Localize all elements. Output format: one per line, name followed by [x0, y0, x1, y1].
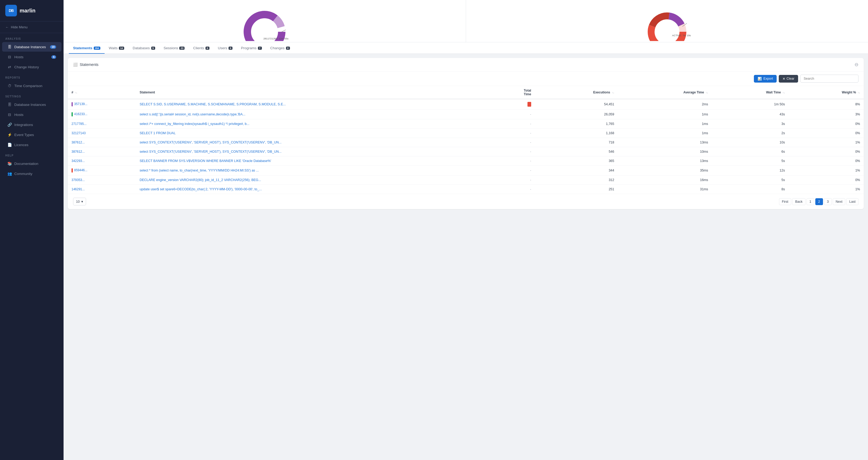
- row-weight: 0%: [788, 119, 864, 129]
- row-avg-time: 16ms: [618, 175, 712, 185]
- row-id[interactable]: 379353...: [68, 175, 136, 185]
- page-last-button[interactable]: Last: [846, 198, 859, 205]
- row-executions: 54,451: [535, 99, 618, 109]
- settings-section-label: SETTINGS: [0, 91, 64, 100]
- community-icon: 👥: [7, 171, 12, 176]
- sidebar-item-time-comparison[interactable]: ⏱ Time Comparison: [2, 81, 61, 91]
- sidebar-item-event-types[interactable]: ⚡ Event Types: [2, 130, 61, 139]
- row-id[interactable]: 32127143: [68, 129, 136, 138]
- row-id[interactable]: 357139...: [68, 99, 136, 109]
- tab-users[interactable]: Users 6: [214, 42, 237, 54]
- licence-icon: 📄: [7, 143, 12, 147]
- row-total-time: -: [492, 138, 535, 147]
- page-1-button[interactable]: 1: [807, 198, 814, 205]
- row-executions: 718: [535, 138, 618, 147]
- page-back-button[interactable]: Back: [792, 198, 806, 205]
- row-executions: 1,168: [535, 129, 618, 138]
- row-id[interactable]: 2717785...: [68, 119, 136, 129]
- tab-changes[interactable]: Changes 0: [266, 42, 294, 54]
- row-statement[interactable]: DECLARE engine_version VARCHAR2(80); job…: [136, 175, 492, 185]
- sidebar-item-label: Community: [14, 172, 32, 176]
- col-statement: Statement: [136, 86, 492, 99]
- sidebar-item-licences[interactable]: 📄 Licences: [2, 140, 61, 150]
- row-statement[interactable]: select SYS_CONTEXT('USERENV', 'SERVER_HO…: [136, 147, 492, 157]
- statements-card: ⬜ Statements ⊖ 📊 Export ✕ Clear: [68, 58, 864, 209]
- row-weight: 1%: [788, 166, 864, 175]
- tab-sessions[interactable]: Sessions 23: [159, 42, 189, 54]
- row-weight: 1%: [788, 138, 864, 147]
- sidebar-item-label: Hosts: [14, 113, 24, 117]
- row-total-time: -: [492, 147, 535, 157]
- row-total-time: -: [492, 157, 535, 166]
- row-avg-time: 1ms: [618, 129, 712, 138]
- tab-statements[interactable]: Statements 264: [69, 42, 104, 54]
- hide-menu-button[interactable]: ← Hide Menu: [0, 22, 64, 33]
- row-statement[interactable]: select SYS_CONTEXT('USERENV', 'SERVER_HO…: [136, 138, 492, 147]
- tab-programs[interactable]: Programs 7: [237, 42, 266, 54]
- table-card-collapse[interactable]: ⊖: [855, 62, 859, 67]
- logo: DB marlin: [0, 0, 64, 22]
- row-id[interactable]: 387612...: [68, 138, 136, 147]
- sidebar-item-integrations[interactable]: 🔗 Integrations: [2, 120, 61, 129]
- row-statement[interactable]: select s.sid||':'||s.serial# session_id,…: [136, 109, 492, 119]
- row-id[interactable]: 387612...: [68, 147, 136, 157]
- pagination-buttons: First Back 1 2 3 Next Last: [779, 198, 859, 205]
- right-chart: ACTIVE: 7m 19s: [466, 0, 868, 42]
- row-id[interactable]: 859446...: [68, 166, 136, 175]
- chevron-down-icon: ▾: [81, 200, 83, 203]
- row-id[interactable]: 342293...: [68, 157, 136, 166]
- sidebar-item-label: Database Instances: [14, 103, 46, 107]
- row-wait-time: 43s: [712, 109, 788, 119]
- per-page-value: 10: [76, 200, 80, 203]
- table-row: 342293...SELECT BANNER FROM SYS.V$VERSIO…: [68, 157, 864, 166]
- main-content: 2811721394: 12m 55s ACTIVE: 7m 19s State…: [64, 0, 868, 460]
- row-statement[interactable]: SELECT 1 FROM DUAL: [136, 129, 492, 138]
- row-wait-time: 10s: [712, 138, 788, 147]
- row-wait-time: 6s: [712, 147, 788, 157]
- export-button[interactable]: 📊 Export: [754, 75, 777, 83]
- row-avg-time: 1ms: [618, 119, 712, 129]
- tab-databases[interactable]: Databases 5: [128, 42, 159, 54]
- change-history-icon: ⇄: [7, 65, 12, 69]
- sidebar-item-documentation[interactable]: 📚 Documentation: [2, 159, 61, 168]
- row-statement[interactable]: select * from (select name, to_char(next…: [136, 166, 492, 175]
- row-avg-time: 31ms: [618, 185, 712, 194]
- search-input[interactable]: [800, 75, 859, 83]
- tab-waits[interactable]: Waits 14: [104, 42, 128, 54]
- row-weight: 1%: [788, 185, 864, 194]
- row-statement[interactable]: select /*+ connect_by_filtering index(sy…: [136, 119, 492, 129]
- event-icon: ⚡: [7, 133, 12, 137]
- left-donut-wrap: 2811721394: 12m 55s: [243, 0, 286, 42]
- page-2-button[interactable]: 2: [815, 198, 823, 205]
- content-area: ⬜ Statements ⊖ 📊 Export ✕ Clear: [64, 54, 868, 460]
- sidebar-item-db-instances[interactable]: 🗄 Database Instances 19: [2, 42, 61, 52]
- sidebar-item-community[interactable]: 👥 Community: [2, 169, 61, 178]
- row-id[interactable]: 416233...: [68, 109, 136, 119]
- row-statement[interactable]: SELECT S.SID, S.USERNAME, S.MACHINE, S.S…: [136, 99, 492, 109]
- sidebar-item-label: Time Comparison: [14, 84, 42, 88]
- row-wait-time: 8s: [712, 185, 788, 194]
- row-id[interactable]: 146291...: [68, 185, 136, 194]
- row-statement[interactable]: update user$ set spare6=DECODE(to_char(:…: [136, 185, 492, 194]
- row-total-time: -: [492, 119, 535, 129]
- row-avg-time: 13ms: [618, 157, 712, 166]
- per-page-select[interactable]: 10 ▾: [73, 198, 86, 205]
- sidebar-item-settings-hosts[interactable]: ⊟ Hosts: [2, 110, 61, 119]
- sidebar-item-hosts[interactable]: ⊟ Hosts 6: [2, 52, 61, 62]
- page-first-button[interactable]: First: [779, 198, 791, 205]
- page-next-button[interactable]: Next: [833, 198, 845, 205]
- sidebar-item-settings-db[interactable]: 🗄 Database Instances: [2, 100, 61, 109]
- analysis-section-label: ANALYSIS: [0, 33, 64, 42]
- tab-badge-programs: 7: [258, 46, 262, 50]
- reports-section-label: REPORTS: [0, 72, 64, 81]
- hosts-icon: ⊟: [7, 112, 12, 117]
- page-3-button[interactable]: 3: [824, 198, 832, 205]
- tab-badge-waits: 14: [119, 46, 124, 50]
- row-avg-time: 1ms: [618, 109, 712, 119]
- row-executions: 344: [535, 166, 618, 175]
- clear-button[interactable]: ✕ Clear: [779, 75, 798, 83]
- sidebar-item-change-history[interactable]: ⇄ Change History: [2, 62, 61, 72]
- row-statement[interactable]: SELECT BANNER FROM SYS.V$VERSION WHERE B…: [136, 157, 492, 166]
- table-row: 416233...select s.sid||':'||s.serial# se…: [68, 109, 864, 119]
- tab-clients[interactable]: Clients 6: [189, 42, 213, 54]
